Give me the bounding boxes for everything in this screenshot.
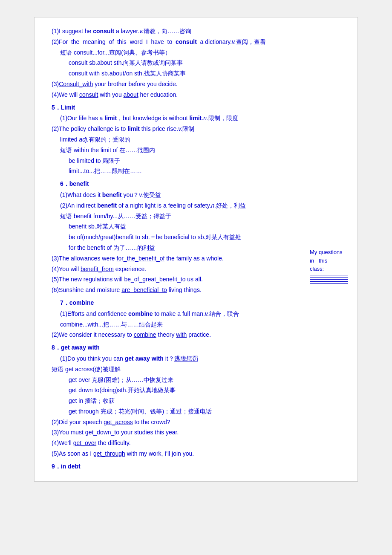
section-header-indebt: 9．in debt: [43, 462, 302, 472]
line: combine...with...把……与……结合起来: [43, 320, 302, 330]
line: (6)Sunshine and moisture are_beneficial_…: [43, 285, 302, 295]
line: 短语 benefit from/by...从……受益；得益于: [43, 211, 302, 222]
page-container: (1)I suggest he consult a lawyer.v.请教，向……: [34, 17, 358, 482]
line: (2)The policy challenge is to limit this…: [43, 124, 302, 134]
sidebar-line-5: [310, 283, 348, 284]
line: 短语 consult...for...查阅(词典、参考书等）: [43, 48, 302, 58]
line: (4)You will benefit_from experience.: [43, 264, 302, 275]
line: limited adj.有限的；受限的: [43, 135, 302, 145]
sidebar-line-1: [310, 275, 348, 275]
sidebar-line-3: [310, 279, 348, 280]
line: get over 克服(困难)；从……中恢复过来: [43, 375, 302, 385]
line: (1)Our life has a limit，but knowledge is…: [43, 113, 302, 124]
sidebar-title: My questionsin thisclass:: [310, 248, 353, 273]
sidebar: My questionsin thisclass:: [306, 26, 353, 473]
line: (3)You must get_down_to your studies thi…: [43, 428, 302, 438]
line: (1)Do you think you can get away with it…: [43, 354, 302, 364]
line: (4)We will consult with you about her ed…: [43, 90, 302, 100]
line: consult sb.about sth.向某人请教或询问某事: [43, 58, 302, 68]
section-header-limit: 5．Limit: [43, 103, 302, 113]
section-header-benefit: 6．benefit: [43, 179, 302, 189]
content-area: (1)I suggest he consult a lawyer.v.请教，向……: [39, 26, 353, 473]
line: 短语 get across(使)被理解: [43, 364, 302, 375]
line: limit...to...把……限制在……: [43, 166, 302, 176]
line: get in 插话；收获: [43, 396, 302, 406]
line: (1)I suggest he consult a lawyer.v.请教，向……: [43, 26, 302, 37]
line: benefit sb.对某人有益: [43, 222, 302, 232]
line: be limited to 局限于: [43, 156, 302, 166]
line: (2)For the meaning of this word I have t…: [43, 37, 302, 47]
line: consult with sb.about/on sth.找某人协商某事: [43, 69, 302, 79]
section-header-getaway: 8．get away with: [43, 343, 302, 353]
line: be of(much/great)benefit to sb.＝be benef…: [43, 232, 302, 243]
line: get through 完成；花光(时间、钱等)；通过；接通电话: [43, 407, 302, 417]
line: (4)We'll get_over the difficulty.: [43, 438, 302, 448]
line: (1)What does it benefit you？v.使受益: [43, 190, 302, 200]
line: (2)Did your speech get_across to the cro…: [43, 417, 302, 428]
line: (5)The new regulations will be_of_great_…: [43, 275, 302, 285]
line: (5)As soon as I get_through with my work…: [43, 449, 302, 459]
line: (1)Efforts and confidence combine to mak…: [43, 309, 302, 319]
sidebar-line-4: [310, 281, 348, 282]
line: (2)We consider it necessary to combine t…: [43, 330, 302, 340]
line: (2)An indirect benefit of a night light …: [43, 201, 302, 211]
line: get down to(doing)sth.开始认真地做某事: [43, 385, 302, 396]
main-content: (1)I suggest he consult a lawyer.v.请教，向……: [39, 26, 306, 473]
line: for the benefit of 为了……的利益: [43, 243, 302, 253]
line: (3)Consult_with your brother before you …: [43, 79, 302, 90]
sidebar-line-2: [310, 277, 348, 278]
section-header-combine: 7．combine: [43, 298, 302, 308]
line: 短语 within the limit of 在……范围内: [43, 145, 302, 156]
line: (3)The allowances were for_the_benefit_o…: [43, 254, 302, 264]
